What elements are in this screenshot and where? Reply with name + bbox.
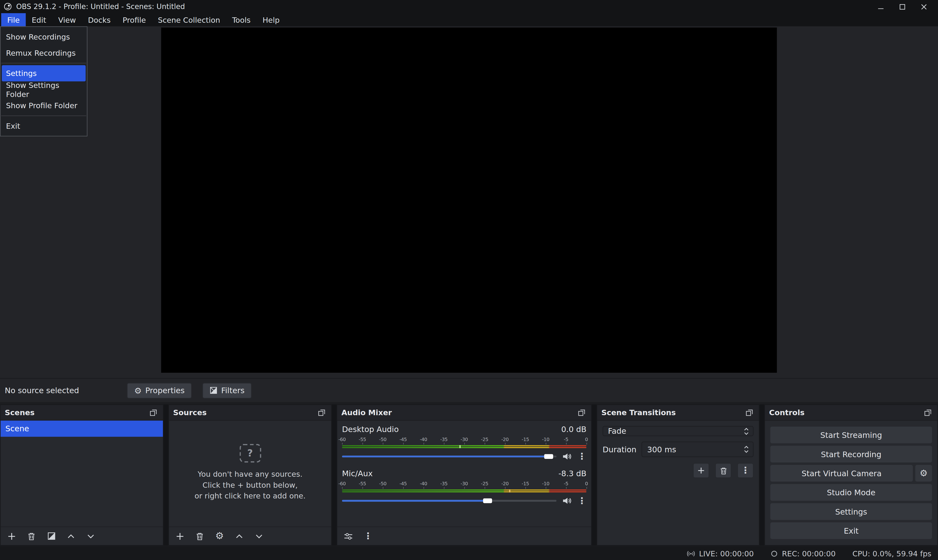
source-properties-button[interactable]: ⚙ xyxy=(213,529,226,543)
gear-icon: ⚙ xyxy=(920,468,928,478)
record-circle-icon xyxy=(771,549,778,557)
sources-header: Sources xyxy=(169,405,331,421)
channel-menu-icon[interactable]: ⋮ xyxy=(578,452,587,461)
menu-profile[interactable]: Profile xyxy=(117,13,152,26)
start-virtual-camera-button[interactable]: Start Virtual Camera xyxy=(770,465,913,482)
menu-item-show-profile-folder[interactable]: Show Profile Folder xyxy=(0,97,87,114)
mixer-popout-button[interactable] xyxy=(576,407,587,418)
maximize-icon xyxy=(899,3,905,10)
speaker-icon[interactable] xyxy=(562,452,572,462)
mixer-menu-button[interactable]: ⋮ xyxy=(361,529,375,543)
filters-button[interactable]: Filters xyxy=(203,383,252,398)
advanced-audio-icon xyxy=(344,532,353,541)
transition-properties-button[interactable]: ⋮ xyxy=(738,463,753,478)
controls-title: Controls xyxy=(769,408,805,417)
studio-mode-button[interactable]: Studio Mode xyxy=(770,484,932,501)
virtual-camera-config-button[interactable]: ⚙ xyxy=(915,465,932,482)
move-scene-up-button[interactable] xyxy=(64,529,78,543)
popout-icon xyxy=(924,409,932,416)
move-source-down-button[interactable] xyxy=(252,529,266,543)
scene-list-item-selected[interactable]: Scene xyxy=(0,420,163,437)
menu-tools[interactable]: Tools xyxy=(226,13,257,26)
scenes-popout-button[interactable] xyxy=(148,407,159,418)
chevron-up-icon xyxy=(235,532,244,541)
add-transition-button[interactable] xyxy=(693,463,709,478)
slider-handle[interactable] xyxy=(544,454,553,459)
controls-header: Controls xyxy=(765,405,938,421)
add-scene-button[interactable] xyxy=(5,529,18,543)
scene-filters-button[interactable] xyxy=(44,529,58,543)
transition-select[interactable]: Fade xyxy=(602,426,753,436)
transitions-popout-button[interactable] xyxy=(744,407,755,418)
remove-scene-button[interactable] xyxy=(25,529,39,543)
scenes-header: Scenes xyxy=(0,405,163,421)
trash-icon xyxy=(195,532,204,541)
popout-icon xyxy=(578,409,585,416)
sources-popout-button[interactable] xyxy=(316,407,327,418)
channel-menu-icon[interactable]: ⋮ xyxy=(578,496,587,505)
menu-item-show-settings-folder[interactable]: Show Settings Folder xyxy=(0,82,87,97)
menu-item-settings[interactable]: Settings xyxy=(2,65,86,82)
menu-file[interactable]: File xyxy=(1,13,26,26)
mixer-body: Desktop Audio 0.0 dB -60 -55 -50 -45 -40… xyxy=(337,420,591,526)
move-source-up-button[interactable] xyxy=(233,529,246,543)
source-toolbar: No source selected ⚙ Properties Filters xyxy=(0,378,938,402)
tick-label: -5 xyxy=(564,481,568,486)
close-button[interactable] xyxy=(913,0,934,13)
preview-canvas[interactable] xyxy=(161,28,777,373)
menu-bar: File Edit View Docks Profile Scene Colle… xyxy=(0,13,938,26)
speaker-icon[interactable] xyxy=(562,496,572,506)
transitions-title: Scene Transitions xyxy=(601,408,676,417)
audio-mixer-dock: Audio Mixer Desktop Audio 0.0 dB -60 -55… xyxy=(337,405,592,546)
dock-area: Scenes Scene xyxy=(0,405,938,546)
transitions-header: Scene Transitions xyxy=(597,405,759,421)
menu-docks[interactable]: Docks xyxy=(82,13,117,26)
remove-transition-button[interactable] xyxy=(715,463,731,478)
status-bar: LIVE: 00:00:00 REC: 00:00:00 CPU: 0.0%, … xyxy=(0,546,938,560)
volume-slider[interactable] xyxy=(342,452,557,461)
sources-empty-state[interactable]: ? You don't have any sources. Click the … xyxy=(169,420,331,526)
controls-popout-button[interactable] xyxy=(923,407,933,418)
select-spinner-icons[interactable] xyxy=(742,428,750,434)
menu-item-show-recordings[interactable]: Show Recordings xyxy=(0,29,87,45)
add-source-button[interactable] xyxy=(173,529,187,543)
question-glyph: ? xyxy=(247,447,253,458)
popout-icon xyxy=(150,409,157,416)
menu-item-exit[interactable]: Exit xyxy=(0,118,87,134)
properties-button[interactable]: ⚙ Properties xyxy=(127,383,192,398)
tick-label: -60 xyxy=(339,481,346,486)
menu-edit[interactable]: Edit xyxy=(26,13,52,26)
plus-icon xyxy=(176,532,185,541)
tick-label: -55 xyxy=(359,437,366,442)
advanced-audio-button[interactable] xyxy=(341,529,355,543)
channel-level: 0.0 dB xyxy=(561,425,587,434)
empty-line-2: Click the + button below, xyxy=(203,480,297,489)
scene-name: Scene xyxy=(5,424,29,433)
tick-label: -35 xyxy=(440,481,448,486)
menu-help[interactable]: Help xyxy=(257,13,286,26)
duration-spinner-icons[interactable] xyxy=(742,446,750,453)
menu-item-remux-recordings[interactable]: Remux Recordings xyxy=(0,45,87,61)
tick-label: -35 xyxy=(440,437,448,442)
popout-icon xyxy=(746,409,753,416)
chevron-down-icon xyxy=(744,450,749,453)
tick-label: -5 xyxy=(564,437,568,442)
move-scene-down-button[interactable] xyxy=(84,529,97,543)
menu-view[interactable]: View xyxy=(52,13,82,26)
chevron-down-icon xyxy=(254,532,263,541)
exit-button[interactable]: Exit xyxy=(770,522,932,539)
start-streaming-button[interactable]: Start Streaming xyxy=(770,427,932,443)
meter-scale: -60 -55 -50 -45 -40 -35 -30 -25 -20 -15 … xyxy=(342,481,587,489)
volume-slider[interactable] xyxy=(342,497,557,505)
live-status: LIVE: 00:00:00 xyxy=(686,549,754,558)
maximize-button[interactable] xyxy=(891,0,913,13)
settings-button[interactable]: Settings xyxy=(770,503,932,520)
slider-handle[interactable] xyxy=(483,498,492,503)
remove-source-button[interactable] xyxy=(193,529,206,543)
menu-scene-collection[interactable]: Scene Collection xyxy=(152,13,226,26)
tick-label: -60 xyxy=(339,437,346,442)
plus-icon xyxy=(697,467,705,474)
start-recording-button[interactable]: Start Recording xyxy=(770,446,932,463)
minimize-button[interactable] xyxy=(870,0,891,13)
duration-spinbox[interactable]: 300 ms xyxy=(642,442,753,457)
